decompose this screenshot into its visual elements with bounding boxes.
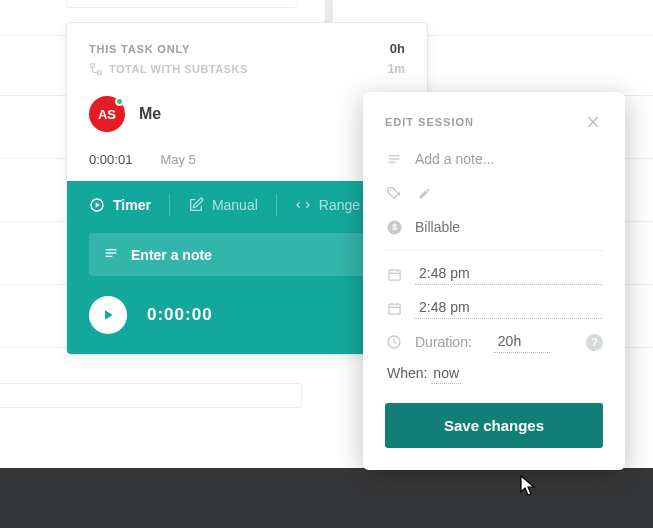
tags-row[interactable] <box>385 182 603 204</box>
duration-label: Duration: <box>415 334 472 350</box>
svg-text:$: $ <box>391 222 396 232</box>
lines-icon <box>385 151 403 167</box>
end-time-row <box>385 297 603 319</box>
svg-rect-0 <box>91 64 95 68</box>
lines-icon <box>103 245 119 264</box>
total-subtasks-label: TOTAL WITH SUBTASKS <box>109 63 248 75</box>
start-time-row <box>385 263 603 285</box>
tab-separator <box>169 194 170 216</box>
play-circle-icon <box>89 197 105 213</box>
svg-marker-7 <box>105 310 113 319</box>
billable-row[interactable]: $ Billable <box>385 216 603 238</box>
start-timer-button[interactable] <box>89 296 127 334</box>
assignee-name: Me <box>139 105 161 123</box>
svg-point-14 <box>390 190 392 192</box>
svg-rect-1 <box>98 71 102 75</box>
presence-indicator <box>115 97 124 106</box>
tab-range-label: Range <box>319 197 360 213</box>
avatar-initials: AS <box>98 107 116 122</box>
svg-rect-21 <box>388 304 399 314</box>
tab-range[interactable]: Range <box>295 193 360 217</box>
close-button[interactable] <box>583 112 603 132</box>
calendar-icon <box>385 301 403 316</box>
session-date: May 5 <box>160 152 195 167</box>
tab-separator <box>276 194 277 216</box>
edit-icon <box>188 197 204 213</box>
tab-manual[interactable]: Manual <box>188 193 258 217</box>
duration-input[interactable] <box>494 331 550 353</box>
total-subtasks-value: 1m <box>388 62 405 76</box>
pencil-icon <box>415 187 433 200</box>
when-label: When: <box>387 365 427 381</box>
session-duration: 0:00:01 <box>89 152 132 167</box>
when-value[interactable]: now <box>431 365 461 384</box>
duration-row: Duration: ? <box>385 331 603 353</box>
divider <box>385 250 603 251</box>
range-icon <box>295 197 311 213</box>
svg-marker-3 <box>96 202 100 207</box>
this-task-value: 0h <box>390 41 405 56</box>
tab-timer[interactable]: Timer <box>89 193 151 217</box>
svg-rect-17 <box>388 270 399 280</box>
note-placeholder: Add a note... <box>415 151 603 167</box>
tab-manual-label: Manual <box>212 197 258 213</box>
edit-session-popup: EDIT SESSION Add a note... $ Billable <box>363 92 625 470</box>
clock-icon <box>385 334 403 350</box>
end-time-input[interactable] <box>415 297 603 319</box>
timer-value: 0:00:00 <box>147 305 213 325</box>
calendar-icon <box>385 267 403 282</box>
note-placeholder: Enter a note <box>131 247 212 263</box>
avatar: AS <box>89 96 125 132</box>
note-field-row[interactable]: Add a note... <box>385 148 603 170</box>
when-row: When: now <box>387 365 603 381</box>
note-input[interactable]: Enter a note <box>89 233 405 276</box>
tag-icon <box>385 185 403 201</box>
save-changes-button[interactable]: Save changes <box>385 403 603 448</box>
help-icon[interactable]: ? <box>586 334 603 351</box>
this-task-label: THIS TASK ONLY <box>89 43 190 55</box>
billable-label: Billable <box>415 219 603 235</box>
subtasks-icon <box>89 62 103 76</box>
dollar-icon: $ <box>385 219 403 236</box>
tab-timer-label: Timer <box>113 197 151 213</box>
popup-title: EDIT SESSION <box>385 116 474 128</box>
start-time-input[interactable] <box>415 263 603 285</box>
